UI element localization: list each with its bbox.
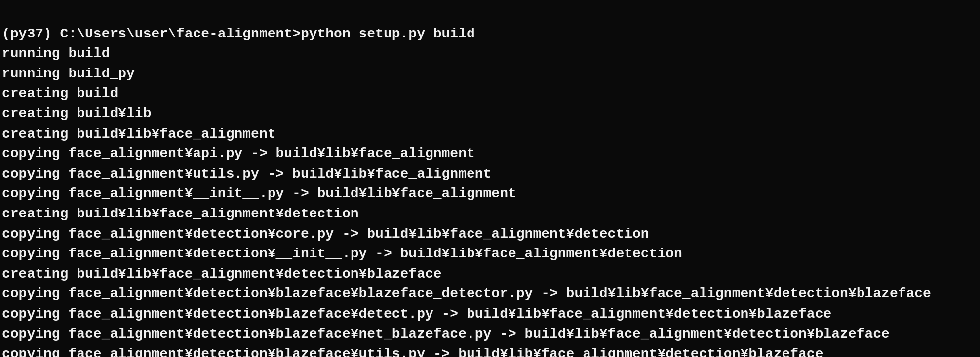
terminal-window: (py37) C:\Users\user\face-alignment>pyth… [0,0,980,357]
terminal-line: running build [2,44,978,64]
terminal-line: running build_py [2,64,978,84]
terminal-line: copying face_alignment¥detection¥blazefa… [2,324,978,345]
terminal-line: copying face_alignment¥utils.py -> build… [2,164,978,184]
terminal-line: copying face_alignment¥detection¥blazefa… [2,304,978,324]
terminal-line: copying face_alignment¥api.py -> build¥l… [2,144,978,164]
terminal-line: creating build [2,84,978,104]
terminal-line: copying face_alignment¥detection¥core.py… [2,224,978,245]
terminal-line: copying face_alignment¥detection¥blazefa… [2,284,978,304]
terminal-line: creating build¥lib¥face_alignment [2,124,978,144]
terminal-line: creating build¥lib¥face_alignment¥detect… [2,264,978,285]
terminal-line: copying face_alignment¥__init__.py -> bu… [2,184,978,204]
terminal-line: (py37) C:\Users\user\face-alignment>pyth… [2,24,978,44]
terminal-line: copying face_alignment¥detection¥__init_… [2,244,978,264]
terminal-line: creating build¥lib [2,104,978,124]
terminal-line: creating build¥lib¥face_alignment¥detect… [2,204,978,224]
terminal-line: copying face_alignment¥detection¥blazefa… [2,344,978,357]
